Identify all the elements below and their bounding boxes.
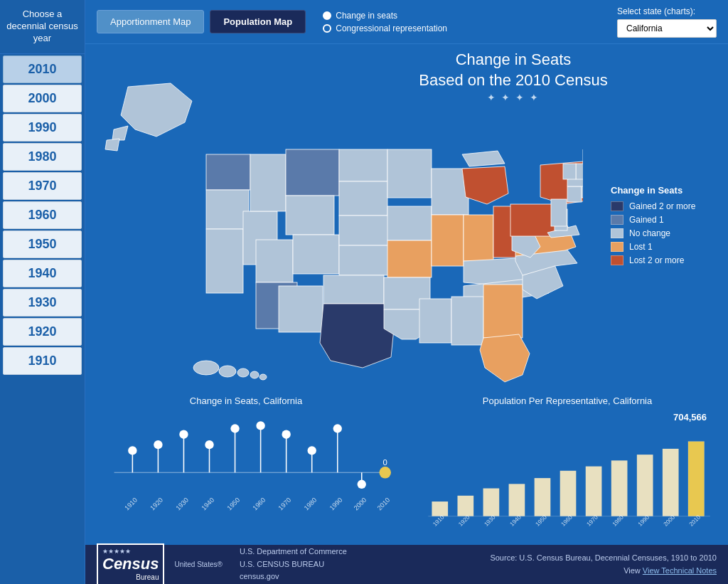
main-content: Apportionment Map Population Map Change … [85,0,728,584]
svg-rect-6 [206,190,249,229]
footer: ★★★★★ Census Bureau United States® U.S. … [85,545,728,584]
radio-group: Change in seats Congressional representa… [323,11,447,33]
svg-point-41 [128,446,136,455]
apportionment-map-button[interactable]: Apportionment Map [97,10,204,33]
topbar: Apportionment Map Population Map Change … [85,0,728,44]
svg-point-2 [237,368,249,377]
sidebar-year-2000[interactable]: 2000 [3,85,82,112]
lollipop-chart-svg: 0 1910 1920 1930 1940 1950 1960 1970 198… [100,412,392,519]
svg-rect-7 [206,229,243,293]
svg-text:1940: 1940 [200,497,216,512]
sidebar-year-1910[interactable]: 1910 [3,347,82,375]
svg-text:2010: 2010 [376,497,392,512]
sidebar: Choose a decennial census year 201020001… [0,0,85,584]
svg-rect-22 [387,206,432,240]
svg-text:2000: 2000 [353,497,368,512]
legend-item-label: Lost 1 [629,242,653,252]
legend-title: Change in Seats [611,185,721,196]
svg-rect-75 [458,496,474,516]
state-select-label: Select state (charts): [617,6,695,16]
svg-rect-11 [286,196,334,235]
sidebar-year-1920[interactable]: 1920 [3,318,82,346]
legend-item-lost-2-or-more: Lost 2 or more [611,255,721,265]
legend-item-gained-2-or-more: Gained 2 or more [611,201,721,211]
radio-congressional[interactable]: Congressional representation [323,23,447,33]
svg-rect-23 [387,240,432,277]
sidebar-header-text: Choose a decennial census year [6,9,79,45]
svg-rect-35 [567,186,582,202]
radio-change-in-seats[interactable]: Change in seats [323,11,447,21]
svg-rect-81 [611,460,628,516]
svg-point-43 [154,440,162,449]
footer-dept-line1: U.S. Department of Commerce [240,546,347,558]
chart-left-title: Change in Seats, California [100,395,392,406]
svg-rect-77 [509,484,525,516]
legend-item-label: Lost 2 or more [629,255,684,265]
sidebar-year-1970[interactable]: 1970 [3,172,82,200]
sidebar-year-1930[interactable]: 1930 [3,289,82,317]
footer-source-text: Source: U.S. Census Bureau, Decennial Ce… [490,552,717,565]
state-select-group: Select state (charts): AlabamaAlaskaAriz… [617,6,717,38]
svg-rect-18 [339,216,390,245]
technical-notes-link[interactable]: View Technical Notes [643,566,717,575]
svg-point-55 [308,446,316,455]
legend-item-gained-1: Gained 1 [611,215,721,225]
footer-technical-notes: View View Technical Notes [490,565,717,578]
svg-point-53 [282,430,290,439]
svg-text:1970: 1970 [277,497,293,512]
legend-item-no-change: No change [611,228,721,238]
census-logo: ★★★★★ Census Bureau United States® [97,543,223,584]
us-map-container [85,44,583,393]
svg-point-3 [250,371,259,378]
population-map-button[interactable]: Population Map [210,10,306,33]
sidebar-year-1940[interactable]: 1940 [3,260,82,287]
footer-dept-line3: census.gov [240,570,347,583]
state-hawaii [193,361,267,380]
chart-left-area: 0 1910 1920 1930 1940 1950 1960 1970 198… [100,412,392,519]
state-alaska [105,83,192,151]
svg-rect-79 [560,471,577,516]
legend-color-box [611,215,623,225]
footer-dept-line2: U.S. CENSUS BUREAU [240,558,347,571]
svg-point-59 [358,480,366,489]
sidebar-year-1950[interactable]: 1950 [3,230,82,258]
svg-point-47 [205,440,213,449]
radio-circle-selected [323,11,331,20]
chart-left: Change in Seats, California [85,395,407,545]
sidebar-year-1990[interactable]: 1990 [3,114,82,142]
svg-rect-34 [551,199,567,226]
census-logo-graphic: ★★★★★ Census Bureau [97,543,164,584]
sidebar-year-1980[interactable]: 1980 [3,143,82,171]
svg-rect-37 [576,164,583,179]
state-select-dropdown[interactable]: AlabamaAlaskaArizonaArkansasCaliforniaCo… [617,19,717,38]
svg-point-4 [259,374,267,380]
svg-rect-27 [464,215,493,261]
svg-point-0 [193,361,219,375]
sidebar-year-2010[interactable]: 2010 [3,55,82,83]
charts-area: Change in Seats, California [85,395,728,545]
chart-right-highlight: 704,566 [421,412,707,423]
svg-text:1930: 1930 [175,497,191,512]
sidebar-year-1960[interactable]: 1960 [3,201,82,229]
footer-view-label: View [623,566,643,575]
svg-rect-38 [563,164,576,179]
svg-rect-31 [483,285,523,338]
census-bureau-label: Bureau [102,573,159,581]
svg-rect-5 [206,154,250,190]
svg-text:1950: 1950 [226,497,242,512]
svg-rect-80 [586,467,602,516]
footer-dept-info: U.S. Department of Commerce U.S. CENSUS … [240,546,347,583]
svg-rect-29 [419,299,451,343]
svg-text:1990: 1990 [328,497,344,512]
svg-rect-20 [323,275,384,304]
chart-right: Population Per Representative, Californi… [407,395,728,545]
svg-rect-10 [286,149,339,196]
svg-rect-36 [582,185,583,198]
svg-rect-15 [279,286,323,332]
svg-rect-78 [535,478,551,516]
svg-point-57 [333,424,342,432]
legend-item-label: Gained 1 [629,215,664,225]
chart-right-area: 1910 1920 1930 1940 1950 1960 1970 1980 … [421,423,714,529]
footer-source: Source: U.S. Census Bureau, Decennial Ce… [490,552,717,577]
svg-rect-19 [339,245,390,275]
